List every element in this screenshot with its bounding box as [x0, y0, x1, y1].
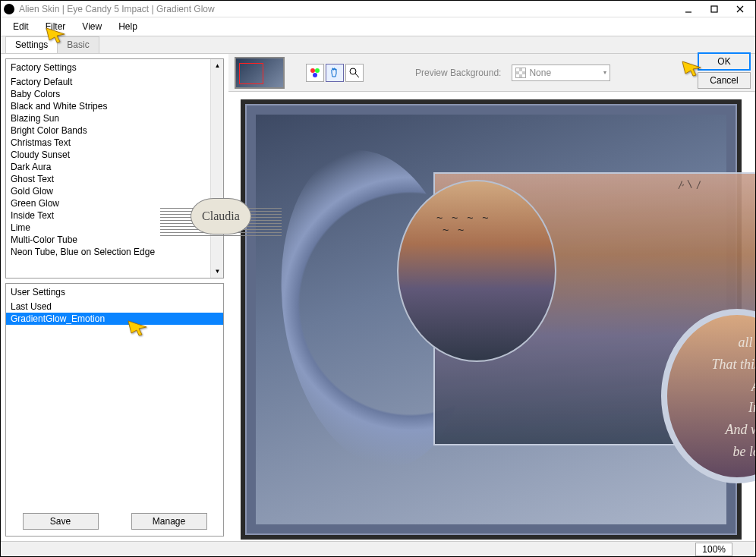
- color-tool-icon[interactable]: [306, 64, 324, 82]
- hand-tool-icon[interactable]: [326, 64, 344, 82]
- zoom-tool-icon[interactable]: [345, 64, 364, 82]
- factory-header: Factory Settings: [6, 59, 223, 76]
- preview-bg-dropdown[interactable]: None ▾: [512, 65, 610, 81]
- close-button[interactable]: [728, 2, 752, 17]
- preview-bg-value: None: [529, 68, 551, 78]
- list-item[interactable]: Baby Colors: [6, 88, 223, 100]
- svg-point-4: [310, 68, 315, 73]
- pointer-annotation: [127, 319, 150, 336]
- watermark-text: Claudia: [191, 198, 251, 234]
- preview-thumbnail[interactable]: [235, 57, 285, 89]
- save-button[interactable]: Save: [23, 513, 99, 530]
- preview-bg-label: Preview Background:: [415, 68, 501, 78]
- list-item[interactable]: Last Used: [6, 301, 223, 313]
- settings-panel: Factory Settings Factory DefaultBaby Col…: [1, 54, 228, 541]
- svg-rect-1: [711, 6, 717, 12]
- title-bar: Alien Skin | Eye Candy 5 Impact | Gradie…: [1, 1, 755, 17]
- menu-bar: Edit Filter View Help: [1, 17, 755, 36]
- preview-area[interactable]: ~ ~ ~ ~ ~ ~ 〴〵〳 all tThat thisAInAnd wbe…: [228, 92, 755, 541]
- list-item[interactable]: Cloudy Sunset: [6, 149, 223, 161]
- cancel-button[interactable]: Cancel: [698, 72, 751, 89]
- menu-edit[interactable]: Edit: [5, 19, 36, 34]
- list-item[interactable]: Christmas Text: [6, 137, 223, 149]
- preview-image: ~ ~ ~ ~ ~ ~ 〴〵〳 all tThat thisAInAnd wbe…: [241, 99, 742, 540]
- list-item[interactable]: Factory Default: [6, 76, 223, 88]
- maximize-button[interactable]: [702, 2, 726, 17]
- factory-settings-list[interactable]: Factory Settings Factory DefaultBaby Col…: [5, 58, 224, 278]
- list-item[interactable]: Neon Tube, Blue on Selection Edge: [6, 246, 223, 258]
- preview-toolbar: Preview Background: None ▾ OK Cancel: [228, 54, 755, 92]
- tab-row: Settings Basic: [1, 36, 755, 54]
- zoom-level[interactable]: 100%: [695, 543, 732, 556]
- pointer-annotation: [681, 60, 704, 77]
- list-item[interactable]: Black and White Stripes: [6, 100, 223, 112]
- svg-point-7: [350, 68, 356, 74]
- window-title: Alien Skin | Eye Candy 5 Impact | Gradie…: [19, 4, 675, 14]
- svg-point-6: [313, 73, 317, 77]
- chevron-down-icon: ▾: [603, 69, 606, 76]
- list-item[interactable]: Dark Aura: [6, 161, 223, 173]
- list-item[interactable]: Bright Color Bands: [6, 124, 223, 137]
- app-icon: [4, 4, 14, 14]
- menu-help[interactable]: Help: [111, 19, 145, 34]
- checker-icon: [515, 68, 526, 78]
- minimize-button[interactable]: [676, 2, 701, 17]
- svg-point-5: [315, 68, 320, 73]
- user-header: User Settings: [6, 284, 223, 301]
- pointer-annotation: [45, 27, 68, 43]
- status-bar: 100%: [1, 541, 755, 556]
- list-item[interactable]: Ghost Text: [6, 173, 223, 185]
- menu-view[interactable]: View: [74, 19, 109, 34]
- svg-line-8: [355, 74, 359, 77]
- list-item[interactable]: Blazing Sun: [6, 112, 223, 124]
- list-item[interactable]: Gold Glow: [6, 185, 223, 197]
- manage-button[interactable]: Manage: [131, 513, 207, 530]
- ok-button[interactable]: OK: [698, 52, 751, 71]
- scrollbar[interactable]: ▲▼: [210, 59, 223, 278]
- watermark-stamp: Claudia: [175, 198, 266, 244]
- user-settings-list[interactable]: User Settings Last UsedGradientGlow_Emot…: [5, 283, 224, 537]
- list-item[interactable]: GradientGlow_Emotion: [6, 313, 223, 325]
